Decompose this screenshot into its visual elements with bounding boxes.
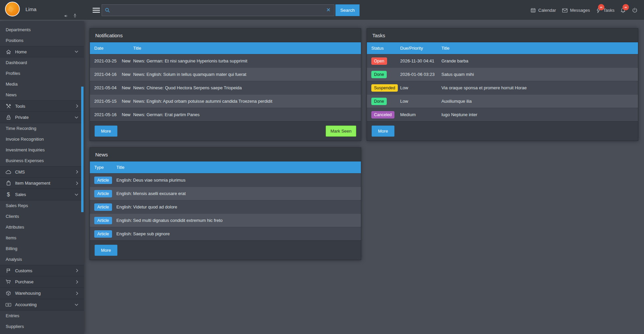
news-row[interactable]: Article English: Saepe sub pignore [90, 227, 361, 240]
sidebar-item-items[interactable]: Items [0, 233, 84, 243]
search-button[interactable]: Search [335, 4, 360, 16]
chevron-right-icon [76, 104, 78, 108]
nav-messages[interactable]: Messages [562, 8, 590, 13]
sidebar-section-label: Purchase [15, 279, 34, 284]
sidebar-item-time-recording[interactable]: Time Recording [0, 123, 84, 134]
nav-calendar[interactable]: Calendar [530, 7, 556, 13]
chevron-right-icon [76, 280, 78, 284]
task-row[interactable]: Open 2026-11-30 04:41 Grande barba [367, 54, 638, 67]
nav-power[interactable] [632, 7, 638, 13]
news-item-title: English: Deus viae somnia plurimus [116, 178, 361, 183]
microphone-icon[interactable] [73, 13, 77, 18]
sidebar-section-label: CMS [15, 170, 25, 175]
sidebar-section-tools[interactable]: Tools [0, 100, 84, 112]
volume-icon[interactable] [64, 14, 68, 18]
sidebar-item-positions[interactable]: Positions [0, 35, 84, 46]
notifications-more-button[interactable]: More [95, 126, 117, 137]
sidebar-item-clients[interactable]: Clients [0, 211, 84, 222]
sidebar-section-cms[interactable]: CMS [0, 166, 84, 178]
sidebar-section-home[interactable]: Home [0, 46, 84, 57]
sidebar-item-invoice-recognition[interactable]: Invoice Recognition [0, 134, 84, 145]
sidebar-scrollbar[interactable] [81, 87, 84, 212]
notification-title: News: Chinese: Quod Hectora Serpens saep… [133, 85, 361, 90]
notification-tag: New [122, 85, 133, 90]
dollar-icon: $ [5, 192, 11, 198]
sidebar-item-profiles[interactable]: Profiles [0, 68, 84, 79]
notification-date: 2021-05-04 [90, 85, 122, 90]
tasks-header: Status Due/Priority Title [367, 42, 638, 54]
task-due: Low [400, 85, 441, 90]
sidebar-item-billing[interactable]: Billing [0, 243, 84, 254]
news-item-title: English: Mensis aselli excusare erat [116, 191, 361, 196]
nav-tasks[interactable]: ∞ Tasks [596, 7, 614, 13]
sidebar-item-news[interactable]: News [0, 90, 84, 100]
mark-seen-button[interactable]: Mark Seen [326, 126, 356, 137]
sidebar-section-warehousing[interactable]: Warehousing [0, 288, 84, 299]
status-badge: Done [371, 98, 387, 105]
notification-row[interactable]: 2021-04-16 New News: English: Solum in t… [90, 67, 361, 81]
sidebar-section-label: Warehousing [15, 291, 41, 296]
task-row[interactable]: Done Low Auxiliumque ilia [367, 94, 638, 108]
sidebar-item-investment-inquiries[interactable]: Investment Inquiries [0, 145, 84, 155]
column-header-date: Date [90, 46, 122, 51]
news-row[interactable]: Article English: Deus viae somnia plurim… [90, 173, 361, 187]
task-row[interactable]: Done 2026-01-06 03:23 Satus quam mihi [367, 67, 638, 81]
sidebar-item-entries[interactable]: Entries [0, 311, 84, 321]
tasks-more-button[interactable]: More [372, 126, 394, 137]
news-more-button[interactable]: More [95, 245, 117, 256]
sidebar-section-accounting[interactable]: Accounting [0, 299, 84, 311]
task-due: 2026-11-30 04:41 [400, 58, 441, 63]
top-navigation: Calendar Messages ∞ Tasks ∞ [530, 0, 638, 20]
sidebar-item-analysis[interactable]: Analysis [0, 254, 84, 265]
task-row[interactable]: Suspended Low Via oraque sponsa et prome… [367, 81, 638, 94]
sidebar: Departments Positions Home Dashboard Pro… [0, 21, 84, 334]
sidebar-item-attributes[interactable]: Attributes [0, 222, 84, 233]
sidebar-item-dashboard[interactable]: Dashboard [0, 57, 84, 68]
notification-row[interactable]: 2021-05-04 New News: Chinese: Quod Hecto… [90, 81, 361, 94]
notification-row[interactable]: 2021-05-15 New News: English: Apud orbam… [90, 94, 361, 108]
sidebar-item-business-expenses[interactable]: Business Expenses [0, 155, 84, 166]
sidebar-section-private[interactable]: Private [0, 112, 84, 123]
sidebar-section-sales[interactable]: $ Sales [0, 189, 84, 200]
news-row[interactable]: Article English: Videtur quod ad dolore [90, 200, 361, 213]
sidebar-item-suppliers[interactable]: Suppliers [0, 321, 84, 332]
article-badge: Article [94, 190, 112, 197]
news-footer: More [90, 240, 361, 260]
news-row[interactable]: Article English: Sed multi dignatus cond… [90, 213, 361, 227]
article-badge: Article [94, 217, 112, 224]
chevron-down-icon [74, 116, 78, 119]
app-logo[interactable] [5, 2, 20, 16]
notification-row[interactable]: 2021-03-25 New News: German: Et nisi san… [90, 54, 361, 67]
task-title: Iugo Neptune inter [441, 112, 638, 117]
sidebar-section-item-management[interactable]: Item Management [0, 178, 84, 189]
power-icon [632, 7, 638, 13]
menu-toggle-icon[interactable] [93, 8, 100, 14]
notification-row[interactable]: 2021-05-16 New News: German: Erat partim… [90, 108, 361, 121]
notification-date: 2021-04-16 [90, 72, 122, 77]
nav-alerts[interactable]: ∞ [620, 7, 626, 13]
search-clear-icon[interactable]: ✕ [326, 7, 331, 13]
sidebar-item-sales-reps[interactable]: Sales Reps [0, 200, 84, 211]
tasks-count-badge: ∞ [598, 4, 604, 10]
sidebar-section-label: Customs [15, 268, 32, 273]
notification-tag: New [122, 112, 133, 117]
task-due: 2026-01-06 03:23 [400, 72, 441, 77]
news-title: News [90, 148, 361, 161]
sidebar-section-customs[interactable]: Customs [0, 265, 84, 276]
notification-date: 2021-03-25 [90, 58, 122, 63]
task-title: Auxiliumque ilia [441, 99, 638, 104]
sidebar-section-label: Private [15, 115, 29, 120]
task-title: Satus quam mihi [441, 72, 638, 77]
search-input[interactable] [113, 5, 321, 16]
notification-date: 2021-05-16 [90, 112, 122, 117]
sidebar-item-media[interactable]: Media [0, 79, 84, 90]
sidebar-section-purchase[interactable]: Purchase [0, 276, 84, 288]
chevron-down-icon [74, 193, 78, 196]
app-title: Lima [25, 6, 37, 12]
chevron-right-icon [76, 269, 78, 273]
notifications-header: Date Title [90, 42, 361, 54]
tools-icon [5, 103, 11, 109]
news-row[interactable]: Article English: Mensis aselli excusare … [90, 187, 361, 200]
sidebar-item-departments[interactable]: Departments [0, 25, 84, 35]
task-row[interactable]: Canceled Medium Iugo Neptune inter [367, 108, 638, 121]
